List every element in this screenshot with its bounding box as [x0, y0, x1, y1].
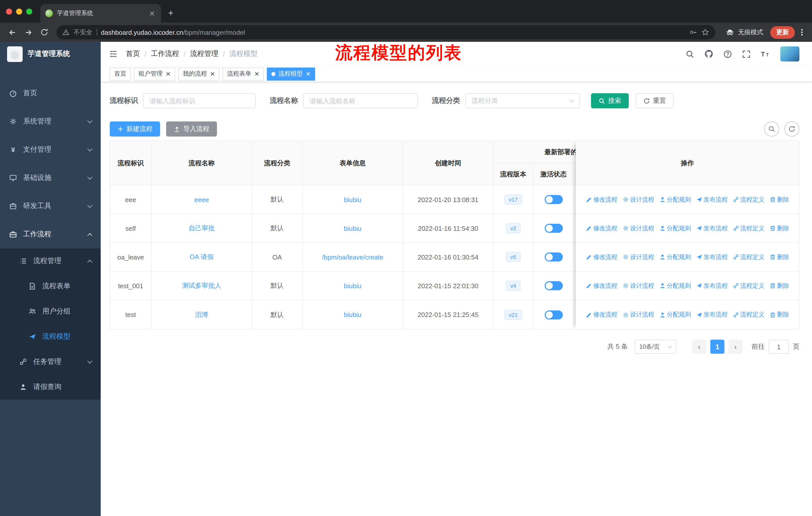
delete-action-link[interactable]: 删除 — [770, 195, 789, 204]
page-number-button[interactable]: 1 — [710, 340, 724, 354]
edit-action-link[interactable]: 修改流程 — [586, 281, 617, 290]
sidebar-item-process-management[interactable]: 流程管理 — [0, 248, 101, 274]
process-category-select[interactable]: 流程分类 — [465, 93, 580, 108]
tag-close-icon[interactable]: ✕ — [210, 71, 215, 77]
sidebar-item-leave-query[interactable]: 请假查询 — [0, 374, 101, 400]
definition-action-link[interactable]: 流程定义 — [733, 195, 764, 204]
breadcrumb-process-management[interactable]: 流程管理 — [190, 49, 219, 58]
form-info-link[interactable]: biubiu — [344, 282, 361, 290]
model-name-link[interactable]: 滔博 — [195, 310, 208, 319]
assign-action-link[interactable]: 分配规则 — [659, 310, 691, 319]
definition-action-link[interactable]: 流程定义 — [733, 224, 764, 233]
breadcrumb-home[interactable]: 首页 — [126, 49, 140, 58]
design-action-link[interactable]: 设计流程 — [622, 310, 654, 319]
assign-action-link[interactable]: 分配规则 — [659, 224, 691, 233]
sidebar-item-user-group[interactable]: 用户分组 — [0, 299, 101, 324]
delete-action-link[interactable]: 删除 — [770, 224, 789, 233]
active-toggle[interactable] — [545, 252, 562, 262]
help-icon[interactable] — [723, 50, 732, 58]
publish-action-link[interactable]: 发布流程 — [696, 224, 728, 233]
active-toggle[interactable] — [545, 195, 562, 204]
edit-action-link[interactable]: 修改流程 — [586, 224, 617, 233]
prev-page-button[interactable]: ‹ — [692, 340, 706, 354]
toggle-search-icon[interactable] — [764, 121, 779, 137]
next-page-button[interactable]: › — [728, 340, 743, 354]
active-toggle[interactable] — [545, 281, 562, 290]
sidebar-item-task-management[interactable]: 任务管理 — [0, 349, 101, 374]
model-name-link[interactable]: OA 请假 — [190, 252, 213, 262]
process-name-input[interactable] — [303, 93, 418, 108]
sidebar-item-process-form[interactable]: 流程表单 — [0, 274, 101, 299]
reload-icon[interactable] — [37, 25, 51, 39]
user-avatar[interactable] — [780, 46, 800, 61]
design-action-link[interactable]: 设计流程 — [622, 224, 654, 233]
form-info-link[interactable]: /bpm/oa/leave/create — [322, 253, 383, 261]
edit-action-link[interactable]: 修改流程 — [586, 310, 617, 319]
address-bar[interactable]: 不安全 dashboard.yudao.iocoder.cn/bpm/manag… — [56, 25, 715, 39]
active-toggle[interactable] — [545, 310, 562, 319]
tag-process-model[interactable]: 流程模型 ✕ — [267, 67, 315, 80]
model-name-link[interactable]: 自己审批 — [188, 224, 215, 233]
minimize-window-button[interactable] — [16, 8, 22, 15]
bookmark-star-icon[interactable] — [701, 28, 709, 36]
sidebar-collapse-icon[interactable] — [109, 50, 118, 58]
definition-action-link[interactable]: 流程定义 — [733, 310, 764, 319]
browser-tab[interactable]: 芋道管理系统 ✕ — [40, 4, 161, 23]
github-icon[interactable] — [704, 49, 713, 58]
browser-update-button[interactable]: 更新 — [770, 26, 795, 38]
breadcrumb-workflow[interactable]: 工作流程 — [151, 49, 179, 58]
edit-action-link[interactable]: 修改流程 — [586, 253, 617, 261]
create-process-button[interactable]: 新建流程 — [110, 121, 160, 137]
tab-close-icon[interactable]: ✕ — [148, 10, 156, 17]
form-info-link[interactable]: biubiu — [344, 224, 361, 232]
model-name-link[interactable]: eeee — [194, 196, 209, 203]
process-id-input[interactable] — [143, 93, 256, 108]
password-key-icon[interactable] — [689, 28, 697, 36]
sidebar-item-system[interactable]: 系统管理 — [0, 107, 101, 136]
tag-tenant-management[interactable]: 租户管理 ✕ — [134, 67, 175, 80]
sidebar-item-devtools[interactable]: 研发工具 — [0, 192, 101, 220]
publish-action-link[interactable]: 发布流程 — [696, 195, 728, 204]
edit-action-link[interactable]: 修改流程 — [586, 195, 617, 204]
forward-icon[interactable] — [21, 25, 35, 39]
definition-action-link[interactable]: 流程定义 — [733, 253, 764, 261]
assign-action-link[interactable]: 分配规则 — [659, 253, 691, 261]
sidebar-item-process-model[interactable]: 流程模型 — [0, 324, 101, 349]
model-name-link[interactable]: 测试多审批人 — [182, 281, 221, 290]
delete-action-link[interactable]: 删除 — [770, 281, 789, 290]
page-size-select[interactable]: 10条/页 — [635, 340, 676, 354]
back-icon[interactable] — [5, 25, 19, 39]
sidebar-item-home[interactable]: 首页 — [0, 79, 101, 107]
delete-action-link[interactable]: 删除 — [770, 253, 789, 261]
reset-button[interactable]: 重置 — [636, 93, 673, 108]
design-action-link[interactable]: 设计流程 — [622, 281, 654, 290]
publish-action-link[interactable]: 发布流程 — [696, 281, 728, 290]
browser-menu-icon[interactable] — [797, 28, 807, 36]
tag-close-icon[interactable]: ✕ — [306, 71, 311, 77]
sidebar-item-workflow[interactable]: 工作流程 — [0, 220, 101, 248]
form-info-link[interactable]: biubiu — [344, 196, 361, 203]
refresh-table-icon[interactable] — [784, 121, 800, 137]
sidebar-item-infrastructure[interactable]: 基础设施 — [0, 164, 101, 192]
tag-home[interactable]: 首页 — [110, 67, 131, 80]
tag-close-icon[interactable]: ✕ — [166, 71, 171, 77]
publish-action-link[interactable]: 发布流程 — [696, 253, 728, 261]
new-tab-button[interactable]: + — [168, 8, 173, 19]
tag-process-form[interactable]: 流程表单 ✕ — [223, 67, 264, 80]
search-button[interactable]: 搜索 — [591, 93, 629, 108]
definition-action-link[interactable]: 流程定义 — [733, 281, 764, 290]
tag-close-icon[interactable]: ✕ — [254, 71, 259, 77]
fullscreen-icon[interactable] — [742, 50, 751, 58]
assign-action-link[interactable]: 分配规则 — [659, 281, 691, 290]
active-toggle[interactable] — [545, 224, 562, 233]
form-info-link[interactable]: biubiu — [344, 311, 361, 319]
tag-my-process[interactable]: 我的流程 ✕ — [178, 67, 220, 80]
import-process-button[interactable]: 导入流程 — [166, 121, 217, 137]
maximize-window-button[interactable] — [26, 8, 32, 15]
assign-action-link[interactable]: 分配规则 — [659, 195, 691, 204]
close-window-button[interactable] — [6, 8, 12, 15]
publish-action-link[interactable]: 发布流程 — [696, 310, 728, 319]
font-size-icon[interactable]: TT — [761, 50, 770, 58]
delete-action-link[interactable]: 删除 — [770, 310, 789, 319]
search-icon[interactable] — [686, 50, 694, 58]
